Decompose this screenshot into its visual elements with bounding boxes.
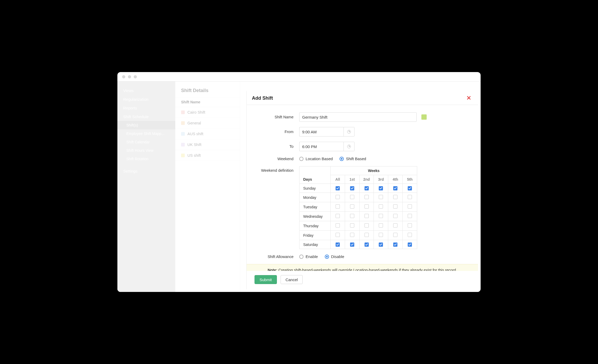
weekend-checkbox[interactable] <box>350 186 354 190</box>
allowance-radio-disable[interactable]: Disable <box>325 254 344 259</box>
weekend-checkbox[interactable] <box>393 186 397 190</box>
traffic-max-icon[interactable] <box>134 75 137 78</box>
weekend-cell <box>374 184 388 193</box>
shift-list-row[interactable]: US shift <box>175 150 240 161</box>
traffic-close-icon[interactable] <box>122 75 125 78</box>
weekend-radio-location[interactable]: Location Based <box>299 156 333 161</box>
from-time-picker-button[interactable] <box>343 127 355 136</box>
shift-list-row[interactable]: General <box>175 118 240 129</box>
sidebar-item-reports[interactable]: Reports <box>117 104 175 112</box>
shift-list-row[interactable]: UK Shift <box>175 139 240 150</box>
table-col-4th: 4th <box>388 175 403 184</box>
to-time-picker-button[interactable] <box>343 142 355 151</box>
weekend-cell <box>331 212 345 221</box>
weekend-checkbox[interactable] <box>379 214 383 218</box>
weekend-checkbox[interactable] <box>408 195 412 199</box>
weekend-checkbox[interactable] <box>393 204 397 209</box>
weekend-checkbox[interactable] <box>336 195 340 199</box>
allowance-radio-enable[interactable]: Enable <box>299 254 318 259</box>
cancel-button[interactable]: Cancel <box>281 275 303 284</box>
modal-body: Shift Name From <box>247 105 478 271</box>
sidebar-item-shift-hours-view[interactable]: Shift Hours View <box>117 146 175 155</box>
weekend-checkbox[interactable] <box>393 195 397 199</box>
table-col-all: All <box>331 175 345 184</box>
shift-row-label: AUS shift <box>187 132 203 136</box>
sidebar-item-views[interactable]: Views <box>117 86 175 95</box>
weekend-checkbox[interactable] <box>408 242 412 247</box>
weekend-cell <box>374 193 388 202</box>
table-row: Tuesday <box>300 202 417 212</box>
weekend-checkbox[interactable] <box>350 233 354 237</box>
shift-color-swatch <box>181 132 185 136</box>
sidebar-item-regularization[interactable]: Regularization <box>117 95 175 104</box>
weekend-checkbox[interactable] <box>365 223 369 228</box>
weekend-checkbox[interactable] <box>365 186 369 190</box>
weekend-checkbox[interactable] <box>350 242 354 247</box>
shift-row-label: Cairo Shift <box>187 110 205 114</box>
weekend-radio-label: Location Based <box>306 156 333 161</box>
weekend-checkbox[interactable] <box>379 233 383 237</box>
weekend-checkbox[interactable] <box>365 242 369 247</box>
weekend-checkbox[interactable] <box>336 242 340 247</box>
sidebar-item-settings[interactable]: Settings <box>117 167 175 175</box>
weekend-checkbox[interactable] <box>350 214 354 218</box>
weekend-checkbox[interactable] <box>336 186 340 190</box>
close-icon[interactable]: ✕ <box>465 95 473 102</box>
weekend-checkbox[interactable] <box>408 186 412 190</box>
label-from: From <box>255 130 299 134</box>
table-row: Sunday <box>300 184 417 193</box>
weekend-checkbox[interactable] <box>365 195 369 199</box>
weekend-checkbox[interactable] <box>365 204 369 209</box>
submit-button[interactable]: Submit <box>255 275 277 284</box>
weekend-radio-shift[interactable]: Shift Based <box>340 156 366 161</box>
weekend-checkbox[interactable] <box>393 214 397 218</box>
from-time-input[interactable] <box>299 127 343 136</box>
weekend-checkbox[interactable] <box>379 186 383 190</box>
to-time-input[interactable] <box>299 142 343 151</box>
shift-list-row[interactable]: Cairo Shift <box>175 107 240 118</box>
weekend-checkbox[interactable] <box>350 204 354 209</box>
weekend-checkbox[interactable] <box>393 233 397 237</box>
weekend-checkbox[interactable] <box>336 233 340 237</box>
weekend-checkbox[interactable] <box>336 204 340 209</box>
weekend-checkbox[interactable] <box>379 195 383 199</box>
weekend-cell <box>345 212 359 221</box>
weekend-checkbox[interactable] <box>393 242 397 247</box>
weekend-cell <box>345 231 359 240</box>
traffic-min-icon[interactable] <box>128 75 131 78</box>
weekend-checkbox[interactable] <box>408 214 412 218</box>
weekend-cell <box>331 221 345 231</box>
sidebar-item-shift-calendar[interactable]: Shift Calendar <box>117 138 175 146</box>
sidebar-item-employee-shift-mapp-[interactable]: Employee Shift Mapp... <box>117 129 175 138</box>
weekend-checkbox[interactable] <box>379 223 383 228</box>
weekend-checkbox[interactable] <box>336 214 340 218</box>
sidebar-item-shift-rotation[interactable]: Shift Rotation <box>117 155 175 163</box>
day-cell-saturday: Saturday <box>300 240 331 249</box>
weekend-checkbox[interactable] <box>365 233 369 237</box>
weekend-checkbox[interactable] <box>393 223 397 228</box>
weekend-checkbox[interactable] <box>408 204 412 209</box>
sidebar-item-shift-schedule[interactable]: Shift Schedule <box>117 112 175 121</box>
weekend-checkbox[interactable] <box>379 242 383 247</box>
shift-list-column-header: Shift Name <box>175 97 240 107</box>
weekend-checkbox[interactable] <box>379 204 383 209</box>
sidebar-item-shift-s-[interactable]: Shift(s) <box>117 121 175 129</box>
shift-list-row[interactable]: AUS shift <box>175 129 240 139</box>
shift-color-chip[interactable] <box>421 114 427 120</box>
weekend-checkbox[interactable] <box>350 223 354 228</box>
weekend-checkbox[interactable] <box>350 195 354 199</box>
table-weeks-header: Weeks <box>331 166 417 175</box>
radio-dot-icon <box>340 157 344 161</box>
radio-dot-icon <box>299 255 303 259</box>
add-shift-modal: Add Shift ✕ Shift Name From <box>246 91 478 289</box>
weekend-cell <box>388 184 403 193</box>
table-row: Friday <box>300 231 417 240</box>
shift-name-input[interactable] <box>299 112 417 122</box>
weekend-checkbox[interactable] <box>336 223 340 228</box>
weekend-checkbox[interactable] <box>408 233 412 237</box>
weekend-checkbox[interactable] <box>408 223 412 228</box>
weekend-cell <box>403 212 417 221</box>
day-cell-tuesday: Tuesday <box>300 202 331 212</box>
weekend-checkbox[interactable] <box>365 214 369 218</box>
table-col-5th: 5th <box>403 175 417 184</box>
